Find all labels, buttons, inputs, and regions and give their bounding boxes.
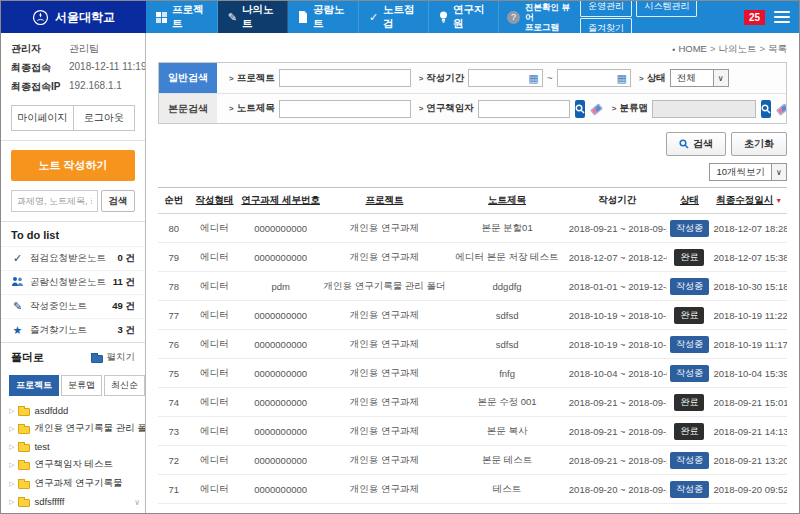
breadcrumb-item[interactable]: 나의노트	[718, 43, 756, 54]
expand-arrow-icon[interactable]: ▷	[9, 425, 14, 433]
folder-tab[interactable]: 최신순	[104, 375, 145, 396]
folder-tab[interactable]: 프로젝트	[9, 375, 59, 396]
logout-button[interactable]: 로그아웃	[73, 106, 135, 130]
folder-item[interactable]: ▷sdfsfffff	[9, 493, 145, 510]
breadcrumb-item[interactable]: 목록	[768, 43, 787, 54]
folder-icon	[18, 426, 30, 434]
todo-item[interactable]: ✓점검요청받은노트0 건	[1, 246, 145, 270]
researcher-clear-button[interactable]	[589, 101, 604, 116]
folder-item[interactable]: ▷asdfddd	[9, 402, 145, 419]
todo-item[interactable]: ★즐겨찾기노트3 건	[1, 318, 145, 342]
nav-item-note-check[interactable]: ✓노트점검	[359, 1, 429, 33]
category-search-button[interactable]	[761, 100, 771, 118]
cell-title[interactable]: 본문 분할01	[447, 214, 567, 243]
expand-arrow-icon[interactable]: ▷	[9, 461, 14, 469]
search-button[interactable]: 검색	[666, 132, 726, 156]
table-row[interactable]: 75에디터0000000000개인용 연구과제fnfg2018-10-04 ~ …	[158, 359, 787, 388]
write-note-button[interactable]: 노트 작성하기	[11, 150, 135, 181]
folder-item[interactable]: ▷test	[9, 438, 145, 455]
cell-title[interactable]: 본문 테스트	[447, 446, 567, 475]
pencil-icon: ✎	[11, 301, 24, 312]
tab-body-search[interactable]: 본문검색	[159, 94, 217, 123]
folder-item[interactable]: ▷연구과제 연구기록물	[9, 474, 145, 493]
tab-general-search[interactable]: 일반검색	[159, 63, 217, 93]
todo-item[interactable]: ✎작성중인노트49 건	[1, 294, 145, 318]
scroll-down-icon[interactable]: ∨	[134, 498, 140, 507]
cell-modified: 2018-09-21 15:01	[711, 388, 787, 417]
cell-status: 작성중	[667, 330, 711, 359]
nav-item-research-support[interactable]: 연구지원	[429, 1, 499, 33]
folder-tab[interactable]: 분류맵	[61, 375, 102, 396]
status-select[interactable]: 전체 ∨	[670, 69, 729, 87]
folder-icon	[18, 444, 30, 452]
researcher-input[interactable]	[478, 100, 570, 118]
table-row[interactable]: 77에디터0000000000개인용 연구과제sdfsd2018-10-19 ~…	[158, 301, 787, 330]
category-clear-button[interactable]	[775, 101, 786, 116]
system-admin-button[interactable]: 시스템관리	[636, 0, 697, 17]
table-row[interactable]: 72에디터0000000000개인용 연구과제본문 테스트2018-09-21 …	[158, 446, 787, 475]
cell-title[interactable]: fnfg	[447, 359, 567, 388]
column-header-status[interactable]: 상태	[667, 188, 711, 214]
table-row[interactable]: 79에디터0000000000개인용 연구과제에디터 본문 저장 테스트2018…	[158, 243, 787, 272]
column-header-type[interactable]: 작성형태	[189, 188, 239, 214]
menu-icon[interactable]	[774, 11, 790, 24]
eraser-icon	[776, 103, 786, 115]
cell-status: 완료	[667, 417, 711, 446]
folder-item[interactable]: ▷연구과제 연구기록물	[9, 510, 145, 513]
expand-arrow-icon[interactable]: ▷	[9, 443, 14, 451]
calendar-icon[interactable]: ▦	[614, 73, 630, 84]
nav-item-my-note[interactable]: ✎나의노트	[218, 1, 288, 33]
cell-title[interactable]: 본문 복사	[447, 417, 567, 446]
category-input[interactable]	[652, 100, 756, 118]
column-header-subno[interactable]: 연구과제 세부번호	[240, 188, 322, 214]
sidebar-search-input[interactable]	[11, 190, 98, 212]
cell-title[interactable]: sdfsd	[447, 301, 567, 330]
cell-period: 2018-09-20 ~ 2018-09-20	[567, 475, 668, 504]
expand-arrow-icon[interactable]: ▷	[9, 498, 14, 506]
university-emblem-icon	[32, 9, 49, 26]
cell-title[interactable]: sdfsd	[447, 330, 567, 359]
project-input[interactable]	[279, 69, 411, 87]
folder-item[interactable]: ▷개인용 연구기록물 관리 폴더	[9, 419, 145, 438]
researcher-search-button[interactable]	[575, 100, 585, 118]
table-row[interactable]: 80에디터0000000000개인용 연구과제본문 분할012018-09-21…	[158, 214, 787, 243]
mypage-button[interactable]: 마이페이지	[12, 106, 73, 130]
table-row[interactable]: 76에디터0000000000개인용 연구과제sdfsd2018-10-19 ~…	[158, 330, 787, 359]
folder-open-icon	[91, 355, 103, 363]
operation-admin-button[interactable]: 운영관리	[580, 0, 632, 17]
breadcrumb-item[interactable]: HOME	[678, 43, 707, 54]
sidebar-search-button[interactable]: 검색	[101, 190, 135, 212]
folder-expand-link[interactable]: 펼치기	[91, 351, 136, 364]
notification-badge[interactable]: 25	[744, 10, 765, 25]
profile-row: 최종접속IP192.168.1.1	[11, 80, 135, 94]
table-row[interactable]: 73에디터0000000000개인용 연구과제본문 복사2018-09-21 ~…	[158, 417, 787, 446]
column-header-project[interactable]: 프로젝트	[322, 188, 448, 214]
expand-arrow-icon[interactable]: ▷	[9, 480, 14, 488]
top-header: 서울대학교 프로젝트✎나의노트공람노트✓노트점검연구지원 ? 진본확인 뷰어 프…	[1, 1, 799, 33]
table-row[interactable]: 78에디터pdm개인용 연구기록물 관리 폴더ddgdfg2018-01-01 …	[158, 272, 787, 301]
nav-item-project[interactable]: 프로젝트	[146, 1, 218, 33]
reset-button[interactable]: 초기화	[731, 132, 787, 156]
university-logo[interactable]: 서울대학교	[1, 1, 146, 33]
folder-item[interactable]: ▷연구책임자 테스트	[9, 455, 145, 474]
todo-item[interactable]: 공람신청받은노트11 건	[1, 270, 145, 294]
table-row[interactable]: 71에디터0000000000개인용 연구과제테스트2018-09-20 ~ 2…	[158, 475, 787, 504]
cell-title[interactable]: 에디터 본문 저장 테스트	[447, 243, 567, 272]
table-row[interactable]: 74에디터0000000000개인용 연구과제본문 수정 0012018-09-…	[158, 388, 787, 417]
expand-arrow-icon[interactable]: ▷	[9, 407, 14, 415]
nav-item-shared-note[interactable]: 공람노트	[288, 1, 359, 33]
cell-title[interactable]: 테스트	[447, 475, 567, 504]
cell-no: 78	[158, 272, 189, 301]
viewer-program-link[interactable]: ? 진본확인 뷰어 프로그램	[499, 1, 580, 33]
calendar-icon[interactable]: ▦	[525, 73, 541, 84]
cell-title[interactable]: 본문 수정 001	[447, 388, 567, 417]
column-header-title[interactable]: 노트제목	[447, 188, 567, 214]
cell-title[interactable]: ddgdfg	[447, 272, 567, 301]
page-size-select[interactable]: 10개씩보기 ∨	[709, 163, 787, 181]
period-end-input[interactable]	[558, 70, 614, 86]
todo-label: 즐겨찾기노트	[30, 324, 112, 337]
column-header-modified[interactable]: 최종수정일시▼	[711, 188, 787, 214]
cell-type: 에디터	[189, 446, 239, 475]
note-title-input[interactable]	[279, 100, 411, 118]
period-start-input[interactable]	[469, 70, 525, 86]
